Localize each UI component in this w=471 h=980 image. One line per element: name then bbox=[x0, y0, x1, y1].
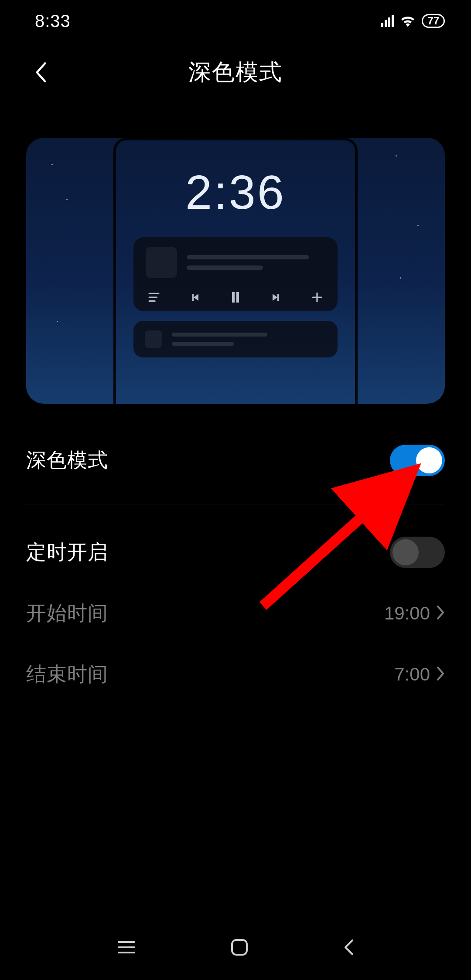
nav-back-button[interactable] bbox=[342, 938, 355, 959]
page-header: 深色模式 bbox=[0, 42, 471, 103]
dark-mode-row[interactable]: 深色模式 bbox=[26, 430, 445, 491]
dark-mode-label: 深色模式 bbox=[26, 447, 108, 474]
playlist-icon bbox=[148, 293, 160, 302]
schedule-toggle[interactable] bbox=[390, 537, 445, 568]
chevron-right-icon bbox=[436, 605, 445, 622]
wifi-icon bbox=[400, 15, 416, 27]
start-time-row[interactable]: 开始时间 19:00 bbox=[26, 583, 445, 644]
menu-icon bbox=[116, 939, 137, 956]
dark-mode-preview: 2:36 bbox=[26, 138, 445, 404]
cellular-signal-icon bbox=[380, 15, 394, 27]
svg-rect-5 bbox=[232, 940, 247, 955]
page-title: 深色模式 bbox=[188, 57, 283, 88]
svg-rect-1 bbox=[236, 292, 239, 303]
end-time-label: 结束时间 bbox=[26, 661, 108, 688]
schedule-row[interactable]: 定时开启 bbox=[26, 522, 445, 583]
end-time-row[interactable]: 结束时间 7:00 bbox=[26, 644, 445, 705]
back-button[interactable] bbox=[28, 59, 54, 85]
end-time-value: 7:00 bbox=[394, 664, 430, 685]
battery-indicator: 77 bbox=[422, 14, 445, 28]
next-track-icon bbox=[271, 292, 281, 303]
preview-clock: 2:36 bbox=[116, 164, 355, 220]
chevron-left-icon bbox=[342, 938, 355, 957]
section-divider bbox=[26, 504, 445, 504]
plus-icon bbox=[311, 292, 323, 303]
status-time: 8:33 bbox=[35, 11, 71, 31]
dark-mode-toggle[interactable] bbox=[390, 445, 445, 476]
svg-rect-0 bbox=[232, 292, 235, 303]
status-bar: 8:33 77 bbox=[0, 0, 471, 42]
device-frame: 2:36 bbox=[113, 138, 358, 404]
start-time-value: 19:00 bbox=[384, 603, 430, 624]
status-tray: 77 bbox=[380, 14, 445, 28]
notification-widget bbox=[133, 321, 338, 357]
notification-app-icon-placeholder bbox=[145, 330, 162, 348]
schedule-label: 定时开启 bbox=[26, 539, 108, 566]
start-time-label: 开始时间 bbox=[26, 600, 108, 627]
chevron-left-icon bbox=[34, 62, 48, 82]
nav-recents-button[interactable] bbox=[116, 939, 137, 958]
media-artwork-placeholder bbox=[146, 247, 177, 278]
home-icon bbox=[230, 938, 249, 957]
chevron-right-icon bbox=[436, 666, 445, 683]
media-widget bbox=[133, 237, 338, 311]
pause-icon bbox=[230, 291, 241, 303]
navigation-bar bbox=[0, 929, 471, 968]
nav-home-button[interactable] bbox=[230, 938, 249, 959]
previous-track-icon bbox=[190, 292, 200, 303]
